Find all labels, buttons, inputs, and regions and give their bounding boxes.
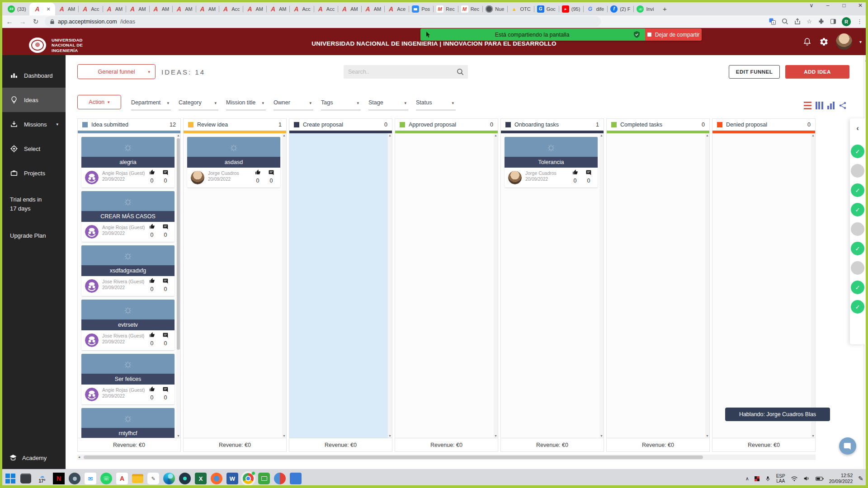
- taskbar-app-icon[interactable]: 17°: [35, 473, 49, 484]
- sidebar-item-projects[interactable]: Projects: [0, 161, 66, 185]
- taskbar-app-icon[interactable]: [69, 473, 80, 484]
- scroll-up-icon[interactable]: ▲: [864, 59, 868, 62]
- column-scrollbar[interactable]: ▲▼: [388, 133, 392, 438]
- idea-card[interactable]: ☼ Tolerancia Jorge Cuadros 20/09/2022 0 …: [505, 137, 598, 188]
- sidebar-item-missions[interactable]: Missions ▾: [0, 112, 66, 136]
- taskbar-app-icon[interactable]: [211, 473, 222, 484]
- search-icon[interactable]: [457, 68, 464, 75]
- taskbar-app-icon[interactable]: X: [195, 473, 207, 484]
- browser-tab[interactable]: Pos: [409, 3, 433, 15]
- taskbar-app-icon[interactable]: ✎: [147, 473, 159, 484]
- sidebar-item-dashboard[interactable]: Dashboard: [0, 63, 66, 88]
- task-status-circle[interactable]: [851, 261, 864, 275]
- filter-select[interactable]: Owner ▾: [274, 97, 313, 110]
- filter-select[interactable]: Tags ▾: [321, 97, 361, 110]
- browser-tab[interactable]: Nue: [482, 3, 507, 15]
- comments-button[interactable]: 0: [266, 169, 277, 184]
- minimize-icon[interactable]: –: [825, 2, 831, 9]
- share-icon[interactable]: [794, 18, 801, 25]
- browser-tab[interactable]: A ✕: [29, 3, 55, 15]
- column-scrollbar[interactable]: ▲▼: [176, 133, 180, 438]
- bookmark-star-icon[interactable]: ☆: [807, 18, 812, 25]
- chart-view-icon[interactable]: [827, 102, 835, 109]
- taskbar-app-icon[interactable]: [20, 474, 31, 483]
- scroll-down-icon[interactable]: ▼: [494, 434, 498, 437]
- browser-tab[interactable]: ☏ Invi: [633, 3, 657, 15]
- pen-icon[interactable]: ✎: [858, 475, 863, 482]
- column-scrollbar[interactable]: ▲▼: [494, 133, 498, 438]
- chat-launcher-button[interactable]: [839, 437, 856, 455]
- browser-tab[interactable]: A AM: [243, 3, 266, 15]
- language-indicator[interactable]: ESPLAA: [776, 474, 785, 484]
- idea-card[interactable]: ☼ rntyfhcf Jose Rivera (Guest) 20/09/202…: [81, 408, 175, 438]
- scroll-down-icon[interactable]: ▼: [599, 434, 604, 437]
- notifications-bell-icon[interactable]: [802, 37, 812, 47]
- scroll-down-icon[interactable]: ▼: [388, 434, 392, 437]
- tab-search-icon[interactable]: ∨: [808, 2, 815, 9]
- scroll-up-icon[interactable]: ▲: [282, 134, 286, 137]
- chevron-down-icon[interactable]: ▾: [859, 39, 862, 44]
- scroll-up-icon[interactable]: ▲: [494, 134, 498, 137]
- search-input[interactable]: [344, 69, 457, 75]
- browser-tab[interactable]: A AM: [172, 3, 196, 15]
- scroll-down-icon[interactable]: ▼: [811, 434, 815, 437]
- sidebar-item-academy[interactable]: Academy: [9, 454, 47, 462]
- idea-card[interactable]: ☼ alegria Angie Rojas (Guest) 20/09/2022…: [81, 137, 175, 188]
- column-scrollbar[interactable]: ▲▼: [599, 133, 604, 438]
- scroll-up-icon[interactable]: ▲: [811, 134, 815, 137]
- browser-tab[interactable]: f (2) F: [607, 3, 633, 15]
- taskbar-app-icon[interactable]: [5, 473, 16, 484]
- likes-button[interactable]: 0: [146, 277, 157, 292]
- microphone-icon[interactable]: [765, 475, 771, 483]
- forward-icon[interactable]: →: [19, 18, 27, 25]
- close-icon[interactable]: ✕: [857, 2, 863, 9]
- taskbar-app-icon[interactable]: [179, 473, 191, 484]
- idea-card[interactable]: ☼ CREAR MÁS CASOS Angie Rojas (Guest) 20…: [81, 191, 175, 242]
- horizontal-scrollbar[interactable]: ◂: [77, 455, 816, 460]
- comments-button[interactable]: 0: [160, 223, 171, 238]
- browser-tab[interactable]: 33 (33): [5, 3, 29, 15]
- browser-tab[interactable]: G dife: [583, 3, 607, 15]
- taskbar-app-icon[interactable]: ✉: [85, 473, 96, 484]
- browser-tab[interactable]: A Acc: [219, 3, 243, 15]
- taskbar-app-icon[interactable]: [242, 473, 254, 484]
- comments-button[interactable]: 0: [160, 169, 171, 184]
- maximize-icon[interactable]: □: [841, 2, 847, 9]
- browser-profile-avatar[interactable]: R: [842, 17, 851, 26]
- share-view-icon[interactable]: [839, 102, 847, 109]
- browser-tab[interactable]: A Acc: [289, 3, 313, 15]
- back-icon[interactable]: ←: [5, 18, 14, 25]
- task-status-circle[interactable]: [851, 183, 864, 197]
- zoom-icon[interactable]: [782, 18, 788, 25]
- taskbar-app-icon[interactable]: [132, 474, 143, 483]
- browser-tab[interactable]: A Acc: [78, 3, 102, 15]
- volume-icon[interactable]: [803, 475, 810, 482]
- filter-select[interactable]: Department ▾: [131, 97, 171, 110]
- extensions-puzzle-icon[interactable]: [818, 18, 825, 25]
- task-status-circle[interactable]: [851, 242, 864, 255]
- scrollbar-thumb[interactable]: [177, 138, 180, 350]
- tray-app-icon[interactable]: [755, 476, 760, 481]
- column-scrollbar[interactable]: ▲▼: [811, 133, 815, 438]
- settings-gear-icon[interactable]: [819, 37, 829, 47]
- sidebar-item-ideas[interactable]: Ideas: [0, 88, 66, 112]
- filter-select[interactable]: Status ▾: [416, 97, 456, 110]
- likes-button[interactable]: 0: [570, 169, 580, 184]
- scroll-down-icon[interactable]: ▼: [176, 434, 180, 437]
- add-idea-button[interactable]: ADD IDEA: [785, 65, 849, 79]
- likes-button[interactable]: 0: [146, 169, 157, 184]
- column-view-icon[interactable]: [816, 102, 823, 109]
- scroll-down-icon[interactable]: ▼: [705, 434, 709, 437]
- new-tab-button[interactable]: +: [659, 3, 671, 14]
- browser-tab[interactable]: M Rec: [458, 3, 483, 15]
- comments-button[interactable]: 0: [160, 332, 171, 347]
- idea-card[interactable]: ☼ xsdfadgxadxfg Jose Rivera (Guest) 20/0…: [81, 245, 175, 296]
- comments-button[interactable]: 0: [160, 277, 171, 292]
- scroll-up-icon[interactable]: ▲: [705, 134, 709, 137]
- translate-icon[interactable]: A: [769, 18, 776, 25]
- task-status-circle[interactable]: [851, 222, 864, 236]
- taskbar-app-icon[interactable]: N: [53, 473, 65, 484]
- edit-funnel-button[interactable]: EDIT FUNNEL: [729, 65, 780, 79]
- browser-tab[interactable]: M Rec: [433, 3, 458, 15]
- browser-tab[interactable]: G Goc: [534, 3, 559, 15]
